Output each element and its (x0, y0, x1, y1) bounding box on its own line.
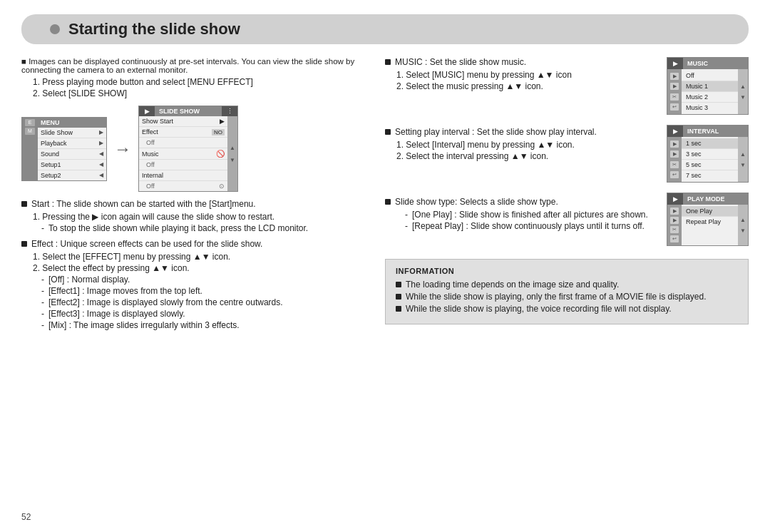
music-num1: 1. Select [MUSIC] menu by pressing ▲▼ ic… (385, 70, 659, 80)
right-panels: ▶ MUSIC ▶ ▶ ✂ ↩ Off (667, 57, 749, 252)
interval-icon-3: ✂ (670, 161, 679, 168)
menu-side-icon-effect: E (25, 119, 35, 126)
ss-row-internal: Internal (139, 170, 227, 181)
slideshow-header-row: ▶ SLIDE SHOW ⋮ (139, 106, 237, 116)
ss-header-icon: ▶ (139, 106, 155, 116)
right-top: MUSIC : Set the slide show music. 1. Sel… (385, 57, 749, 252)
playmode-scroll-down: ▼ (740, 227, 746, 234)
interval-panel-items: 1 sec 3 sec 5 sec 7 sec (682, 137, 738, 182)
start-bullet: Start : The slide shown can be started w… (21, 199, 371, 209)
interval-item-3sec: 3 sec (682, 149, 738, 160)
music-num2: 2. Select the music pressing ▲▼ icon. (385, 81, 659, 91)
music-icon-4: ↩ (670, 103, 679, 111)
interval-panel-title: INTERVAL (683, 126, 748, 137)
effect-section: Effect : Unique screen effects can be us… (21, 239, 371, 330)
playmode-panel-header: ▶ PLAY MODE (667, 193, 748, 205)
ss-header-scroll: ⋮ (222, 106, 237, 116)
playmode-section: Slide show type: Selects a slide show ty… (385, 197, 659, 231)
start-text: Start : The slide shown can be started w… (31, 199, 256, 209)
ss-row-off2: Off (139, 160, 227, 170)
page-container: Starting the slide show ■ Images can be … (0, 0, 770, 532)
slideshow-box: ▶ SLIDE SHOW ⋮ Show Start▶ EffectNO Off … (138, 106, 238, 192)
menu-row-slideshow: Slide Show▶ (38, 128, 106, 138)
music-bullet-dot (385, 59, 391, 65)
interval-icon-1: ▶ (670, 140, 679, 148)
left-column: ■ Images can be displayed continuously a… (21, 57, 371, 336)
interval-panel-side: ▶ ▶ ✂ ↩ (667, 137, 682, 182)
playmode-dash-one: -[One Play] : Slide show is finished aft… (385, 210, 659, 220)
playmode-scroll-up: ▲ (740, 217, 746, 223)
music-item-3: Music 3 (682, 103, 738, 113)
effect-num2: 2. Select the effect by pressing ▲▼ icon… (21, 263, 371, 273)
music-panel-scroll: ▲ ▼ (738, 69, 748, 114)
interval-icon-4: ↩ (670, 171, 679, 178)
playmode-panel-items: One Play Repeat Play (682, 205, 738, 245)
interval-item-1sec: 1 sec (682, 138, 738, 149)
ss-row-music: Music🚫 (139, 148, 227, 160)
music-panel-icon: ▶ (667, 58, 683, 69)
info-text-2: While the slide show is playing, only th… (406, 292, 707, 302)
info-bullet-3 (396, 306, 401, 312)
menu-rows-1: MENU Slide Show▶ Playback▶ Sound◀ Setup1… (38, 118, 106, 180)
playmode-text: Slide show type: Selects a slide show ty… (395, 197, 558, 207)
playmode-item-repeat: Repeat Play (682, 217, 738, 227)
menu-row-setup1: Setup1◀ (38, 160, 106, 170)
effect-dash-off: -[Off] : Normal display. (21, 275, 371, 285)
info-item-1: The loading time depends on the image si… (396, 280, 738, 290)
music-scroll-up: ▲ (740, 83, 746, 90)
info-bullet-2 (396, 294, 401, 300)
music-item-2: Music 2 (682, 92, 738, 103)
ss-row-off1: Off (139, 138, 227, 148)
playmode-panel-icon: ▶ (667, 193, 683, 205)
info-text-1: The loading time depends on the image si… (406, 280, 619, 290)
intro-text: ■ Images can be displayed continuously a… (21, 57, 371, 74)
title-bullet (50, 24, 60, 34)
interval-panel: ▶ INTERVAL ▶ ▶ ✂ ↩ 1 sec (667, 125, 749, 183)
start-section: Start : The slide shown can be started w… (21, 199, 371, 233)
effect-dash-mix: -[Mix] : The image slides irregularly wi… (21, 320, 371, 330)
interval-bullet-dot (385, 129, 391, 135)
music-panel-side: ▶ ▶ ✂ ↩ (667, 69, 682, 114)
right-text-area: MUSIC : Set the slide show music. 1. Sel… (385, 57, 659, 252)
intro-section: ■ Images can be displayed continuously a… (21, 57, 371, 98)
effect-num1: 1. Select the [EFFECT] menu by pressing … (21, 252, 371, 262)
interval-panel-icon: ▶ (667, 126, 683, 137)
title-bar: Starting the slide show (21, 14, 749, 44)
ss-row-off3: Off⊙ (139, 181, 227, 191)
playmode-bullet: Slide show type: Selects a slide show ty… (385, 197, 659, 207)
playmode-bullet-dot (385, 199, 391, 205)
information-box: INFORMATION The loading time depends on … (385, 259, 749, 324)
playmode-icon-1: ▶ (670, 208, 679, 215)
interval-num2: 2. Select the interval pressing ▲▼ icon. (385, 151, 659, 161)
right-column: MUSIC : Set the slide show music. 1. Sel… (385, 57, 749, 336)
start-dash1: -To stop the slide shown while playing i… (21, 223, 371, 233)
playmode-dash-repeat: -[Repeat Play] : Slide show continuously… (385, 221, 659, 231)
effect-dash-3: -[Effect3] : Image is displayed slowly. (21, 309, 371, 319)
music-panel-header: ▶ MUSIC (667, 58, 748, 69)
playmode-panel-title: PLAY MODE (683, 193, 748, 205)
menu-header-1: MENU (38, 118, 106, 128)
interval-panel-scroll: ▲ ▼ (738, 137, 748, 182)
menu-side-icon-menu: M (25, 128, 35, 135)
music-panel-title: MUSIC (683, 58, 748, 69)
page-title: Starting the slide show (68, 20, 240, 39)
effect-text: Effect : Unique screen effects can be us… (31, 239, 262, 249)
music-bullet: MUSIC : Set the slide show music. (385, 57, 659, 67)
info-text-3: While the slide show is playing, the voi… (406, 304, 672, 314)
interval-scroll-down: ▼ (740, 162, 746, 168)
interval-item-7sec: 7 sec (682, 170, 738, 180)
effect-bullet: Effect : Unique screen effects can be us… (21, 239, 371, 249)
music-item-1: Music 1 (682, 81, 738, 92)
info-item-3: While the slide show is playing, the voi… (396, 304, 738, 314)
ss-header-title: SLIDE SHOW (155, 106, 222, 116)
start-num1: 1. Pressing the ▶ icon again will cause … (21, 212, 371, 222)
interval-text: Setting play interval : Set the slide sh… (395, 127, 597, 137)
playmode-icon-4: ↩ (670, 235, 679, 242)
playmode-panel-scroll: ▲ ▼ (738, 205, 748, 245)
intro-step2: 2. Select [SLIDE SHOW] (21, 88, 371, 98)
playmode-icon-2: ▶ (670, 217, 679, 224)
menu-row-setup2: Setup2◀ (38, 170, 106, 180)
playmode-icon-3: ✂ (670, 226, 679, 233)
menu-mockup: E M MENU Slide Show▶ Playback▶ Sound◀ Se… (21, 106, 371, 192)
music-icon-2: ▶ (670, 83, 679, 90)
